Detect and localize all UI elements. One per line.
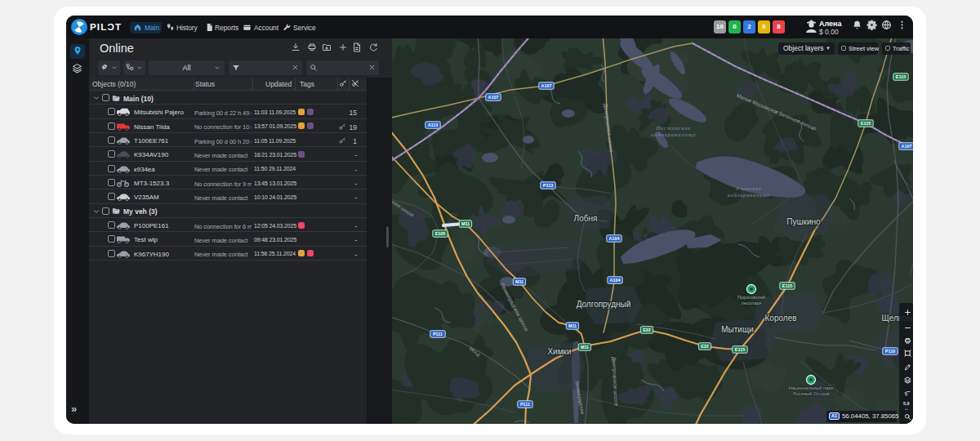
svg-text:P113: P113 xyxy=(543,183,553,188)
svg-text:Химки: Химки xyxy=(547,347,571,356)
svg-text:Пироговский: Пироговский xyxy=(737,295,765,300)
svg-text:Учинское: Учинское xyxy=(736,186,762,191)
svg-text:A107: A107 xyxy=(541,83,552,88)
svg-text:водохранилище: водохранилище xyxy=(728,193,770,198)
svg-text:E105: E105 xyxy=(435,231,446,236)
svg-text:E22: E22 xyxy=(701,344,709,349)
svg-text:Национальный парк: Национальный парк xyxy=(789,385,834,390)
svg-text:M11: M11 xyxy=(461,221,470,226)
svg-text:P111: P111 xyxy=(433,332,443,336)
svg-text:Долгопрудный: Долгопрудный xyxy=(577,300,631,309)
svg-text:M11: M11 xyxy=(581,345,589,350)
svg-text:водохранилище: водохранилище xyxy=(651,131,696,137)
svg-text:Королев: Королев xyxy=(765,314,797,323)
svg-text:Пушкино: Пушкино xyxy=(786,217,821,226)
svg-text:лесопарк: лесопарк xyxy=(742,301,762,305)
svg-text:Лобня: Лобня xyxy=(574,214,598,223)
svg-text:Мытищи: Мытищи xyxy=(721,325,754,334)
svg-text:E22: E22 xyxy=(643,327,651,332)
svg-text:М11: М11 xyxy=(568,323,577,328)
svg-text:A104: A104 xyxy=(609,236,620,241)
svg-text:A107: A107 xyxy=(902,144,912,149)
svg-text:E115: E115 xyxy=(861,121,871,126)
svg-text:E115: E115 xyxy=(782,283,792,288)
svg-text:М11: М11 xyxy=(515,279,523,284)
svg-text:A113: A113 xyxy=(428,122,439,127)
svg-text:E115: E115 xyxy=(735,347,745,352)
svg-text:Лосиный Остров: Лосиный Остров xyxy=(793,391,830,396)
svg-text:A104: A104 xyxy=(610,278,621,283)
svg-text:A107: A107 xyxy=(488,95,499,100)
svg-text:E115: E115 xyxy=(896,74,906,79)
svg-text:P110: P110 xyxy=(885,349,895,354)
svg-text:Пестовское: Пестовское xyxy=(656,125,692,131)
svg-text:P111: P111 xyxy=(520,402,530,407)
